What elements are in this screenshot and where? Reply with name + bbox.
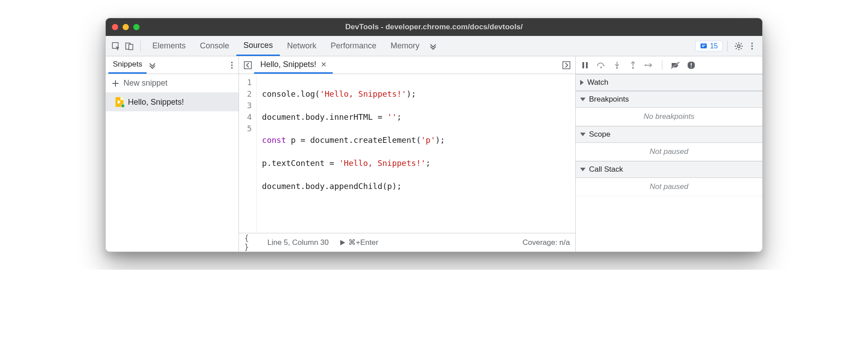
run-snippet-button[interactable]: ⌘+Enter: [339, 238, 378, 247]
line-gutter: 1 2 3 4 5: [239, 74, 257, 233]
pause-on-exceptions-icon[interactable]: [686, 60, 696, 70]
breakpoints-label: Breakpoints: [589, 95, 629, 104]
scope-empty: Not paused: [576, 143, 762, 161]
svg-rect-13: [244, 62, 251, 69]
breakpoints-section-header[interactable]: Breakpoints: [576, 91, 762, 108]
step-over-icon[interactable]: [596, 60, 606, 70]
titlebar: DevTools - developer.chrome.com/docs/dev…: [106, 18, 762, 36]
cursor-position: Line 5, Column 30: [267, 238, 329, 247]
separator: [662, 60, 662, 70]
snippet-list-item[interactable]: Hello, Snippets!: [106, 93, 239, 111]
run-hint: ⌘+Enter: [348, 238, 378, 247]
svg-rect-14: [563, 62, 570, 69]
callstack-section-header[interactable]: Call Stack: [576, 161, 762, 178]
debugger-toolbar: [576, 56, 762, 74]
settings-icon[interactable]: [732, 39, 745, 53]
pretty-print-icon[interactable]: { }: [244, 236, 257, 249]
issues-count: 15: [710, 42, 718, 50]
code-content: console.log('Hello, Snippets!'); documen…: [257, 74, 450, 233]
editor-tab-active[interactable]: Hello, Snippets! ✕: [254, 56, 333, 74]
new-snippet-button[interactable]: New snippet: [106, 74, 239, 93]
chevron-right-icon: [580, 80, 584, 85]
editor-tabs: Hello, Snippets! ✕: [239, 56, 575, 74]
svg-point-19: [632, 67, 634, 68]
tab-elements[interactable]: Elements: [145, 36, 193, 56]
close-tab-icon[interactable]: ✕: [321, 60, 326, 69]
inspect-element-icon[interactable]: [109, 39, 123, 53]
pause-icon[interactable]: [580, 60, 590, 70]
svg-rect-24: [691, 63, 692, 66]
svg-point-6: [737, 45, 740, 47]
svg-point-7: [751, 43, 753, 44]
snippet-file-icon: [115, 97, 123, 107]
callstack-empty: Not paused: [576, 178, 762, 196]
step-icon[interactable]: [644, 60, 654, 70]
new-snippet-label: New snippet: [123, 79, 167, 88]
sidebar-menu-icon[interactable]: [228, 61, 236, 69]
snippet-item-label: Hello, Snippets!: [128, 98, 184, 107]
main-toolbar: Elements Console Sources Network Perform…: [106, 36, 762, 56]
watch-section-header[interactable]: Watch: [576, 74, 762, 91]
play-icon: [339, 240, 346, 246]
svg-rect-15: [582, 62, 584, 68]
tab-network[interactable]: Network: [280, 36, 323, 56]
deactivate-breakpoints-icon[interactable]: [670, 60, 680, 70]
separator: [140, 41, 141, 51]
issues-badge[interactable]: 15: [695, 41, 723, 51]
content-area: Snippets New snippet Hello, Snippets!: [106, 56, 762, 252]
svg-rect-25: [691, 67, 692, 67]
svg-rect-5: [702, 46, 704, 47]
svg-point-10: [231, 62, 233, 63]
svg-point-8: [751, 45, 753, 47]
separator: [727, 41, 728, 51]
maximize-window-button[interactable]: [133, 24, 139, 30]
devtools-window: DevTools - developer.chrome.com/docs/dev…: [105, 18, 763, 252]
step-into-icon[interactable]: [612, 60, 622, 70]
sidebar-more-tabs-icon[interactable]: [148, 61, 156, 69]
chevron-down-icon: [580, 133, 585, 136]
window-controls: [112, 24, 139, 30]
watch-label: Watch: [587, 78, 609, 87]
navigator-tabs: Snippets: [106, 56, 239, 74]
tab-performance[interactable]: Performance: [323, 36, 383, 56]
editor-panel: Hello, Snippets! ✕ 1 2 3 4 5 console.log…: [239, 56, 576, 252]
svg-point-18: [616, 67, 618, 68]
editor-tab-label: Hello, Snippets!: [260, 60, 316, 69]
breakpoints-empty: No breakpoints: [576, 108, 762, 126]
svg-point-9: [751, 48, 753, 50]
device-toolbar-icon[interactable]: [123, 39, 136, 53]
svg-point-12: [231, 67, 233, 69]
plus-icon: [112, 80, 119, 87]
minimize-window-button[interactable]: [123, 24, 129, 30]
show-navigator-icon[interactable]: [242, 59, 254, 71]
more-tabs-icon[interactable]: [426, 39, 440, 53]
svg-rect-3: [701, 43, 707, 48]
tab-console[interactable]: Console: [193, 36, 236, 56]
chevron-down-icon: [580, 168, 585, 171]
scope-label: Scope: [589, 130, 610, 139]
svg-point-11: [231, 64, 233, 66]
svg-point-20: [645, 64, 646, 66]
svg-rect-2: [129, 44, 133, 50]
callstack-label: Call Stack: [589, 165, 623, 174]
scope-section-header[interactable]: Scope: [576, 126, 762, 143]
tab-sources[interactable]: Sources: [236, 36, 280, 56]
svg-rect-16: [586, 62, 588, 68]
window-title: DevTools - developer.chrome.com/docs/dev…: [106, 23, 762, 31]
tab-memory[interactable]: Memory: [383, 36, 426, 56]
svg-point-17: [600, 67, 602, 68]
debugger-panel: Watch Breakpoints No breakpoints Scope N…: [576, 56, 762, 252]
step-out-icon[interactable]: [628, 60, 638, 70]
sidebar-tab-snippets[interactable]: Snippets: [108, 56, 147, 74]
coverage-status: Coverage: n/a: [522, 238, 570, 247]
close-window-button[interactable]: [112, 24, 118, 30]
code-editor[interactable]: 1 2 3 4 5 console.log('Hello, Snippets!'…: [239, 74, 575, 233]
navigator-sidebar: Snippets New snippet Hello, Snippets!: [106, 56, 239, 252]
editor-status-bar: { } Line 5, Column 30 ⌘+Enter Coverage: …: [239, 233, 575, 252]
show-debugger-icon[interactable]: [560, 59, 573, 71]
chevron-down-icon: [580, 98, 585, 101]
kebab-menu-icon[interactable]: [745, 39, 759, 53]
svg-rect-4: [702, 45, 705, 46]
